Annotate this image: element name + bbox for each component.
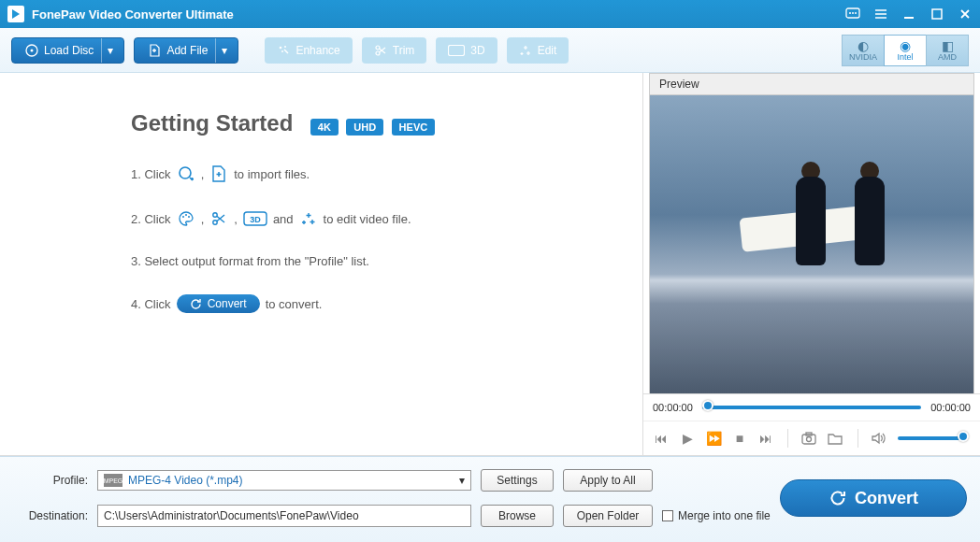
menu-icon[interactable] — [873, 7, 888, 21]
gpu-nvidia-label: NVIDIA — [849, 52, 877, 62]
main-area: Getting Started 4K UHD HEVC 1. Click , t… — [0, 73, 980, 456]
step-3-text: 3. Select output format from the "Profil… — [131, 254, 369, 268]
convert-pill: Convert — [177, 294, 260, 313]
step-1-suffix: to import files. — [234, 167, 310, 181]
three-d-button: 3D — [436, 37, 497, 64]
trim-button: Trim — [362, 37, 427, 64]
snapshot-icon[interactable] — [801, 432, 818, 445]
app-title: FonePaw Video Converter Ultimate — [32, 7, 845, 21]
destination-input[interactable]: C:\Users\Administrator\Documents\FonePaw… — [97, 505, 471, 527]
file-plus-icon — [148, 44, 161, 57]
preview-image — [649, 95, 974, 393]
profile-select[interactable]: MPEG MPEG-4 Video (*.mp4) ▾ — [97, 470, 471, 491]
playback-controls: ⏮ ▶ ⏩ ■ ⏭ — [643, 421, 980, 455]
svg-point-7 — [280, 46, 282, 49]
file-add-icon — [209, 164, 228, 183]
step-1-prefix: 1. Click — [131, 167, 171, 181]
merge-checkbox[interactable]: Merge into one file — [662, 509, 771, 522]
chevron-down-icon[interactable]: ▾ — [215, 38, 232, 63]
trim-label: Trim — [393, 44, 415, 57]
app-logo-icon — [7, 6, 24, 22]
svg-point-1 — [849, 12, 851, 14]
bottom-bar: Profile: MPEG MPEG-4 Video (*.mp4) ▾ Set… — [0, 456, 980, 542]
open-folder-button[interactable]: Open Folder — [563, 505, 653, 527]
edit-label: Edit — [538, 44, 557, 57]
comma-2a: , — [201, 212, 205, 226]
volume-slider[interactable] — [898, 436, 963, 440]
timeline-row: 00:00:00 00:00:00 — [643, 393, 980, 421]
play-icon[interactable]: ▶ — [679, 431, 696, 446]
minimize-icon[interactable] — [901, 7, 916, 21]
amd-icon: ◧ — [942, 39, 954, 52]
convert-pill-label: Convert — [208, 297, 247, 310]
svg-text:3D: 3D — [250, 215, 261, 224]
add-circle-icon — [177, 164, 195, 183]
volume-icon[interactable] — [872, 432, 888, 445]
preview-panel: Preview 00:00:00 00:00:00 ⏮ ▶ ⏩ ■ ⏭ — [643, 73, 980, 456]
convert-button-label: Convert — [855, 489, 918, 508]
time-total: 00:00:00 — [930, 402, 971, 413]
preview-header: Preview — [649, 73, 974, 95]
gpu-acceleration-group: ◐NVIDIA ◉Intel ◧AMD — [842, 35, 969, 66]
timeline-thumb[interactable] — [702, 400, 713, 411]
svg-point-3 — [855, 12, 857, 14]
load-disc-button[interactable]: Load Disc ▾ — [11, 37, 124, 64]
svg-rect-12 — [449, 45, 465, 55]
step-2: 2. Click , , 3D and to edit video file. — [131, 209, 624, 228]
badge-uhd: UHD — [346, 119, 383, 136]
fast-forward-icon[interactable]: ⏩ — [705, 431, 722, 446]
browse-button[interactable]: Browse — [481, 505, 554, 527]
refresh-icon — [190, 298, 202, 310]
sparkle-step-icon — [299, 209, 318, 228]
svg-point-15 — [185, 214, 187, 216]
prev-icon[interactable]: ⏮ — [653, 431, 670, 446]
chevron-down-icon[interactable]: ▾ — [101, 38, 118, 63]
scissors-step-icon — [209, 209, 228, 228]
getting-started-panel: Getting Started 4K UHD HEVC 1. Click , t… — [0, 73, 643, 456]
svg-point-6 — [31, 49, 34, 51]
nvidia-icon: ◐ — [858, 39, 869, 52]
add-file-button[interactable]: Add File ▾ — [134, 37, 238, 64]
checkbox-box-icon — [662, 510, 673, 521]
timeline-slider[interactable] — [702, 406, 921, 409]
three-d-icon — [448, 45, 465, 56]
feedback-icon[interactable] — [845, 7, 860, 21]
comma-1: , — [201, 167, 205, 181]
volume-thumb[interactable] — [958, 431, 969, 442]
toolbar: Load Disc ▾ Add File ▾ Enhance Trim 3D E… — [0, 28, 980, 73]
scissors-icon — [374, 44, 387, 57]
gpu-intel-label: Intel — [897, 52, 913, 62]
next-icon[interactable]: ⏭ — [757, 431, 774, 446]
step-4: 4. Click Convert to convert. — [131, 294, 624, 313]
merge-label: Merge into one file — [678, 509, 771, 522]
svg-rect-4 — [932, 9, 942, 19]
window-controls — [845, 7, 973, 21]
close-icon[interactable] — [958, 7, 973, 21]
svg-point-22 — [807, 437, 812, 442]
edit-button: Edit — [507, 37, 569, 64]
refresh-icon — [829, 489, 847, 507]
settings-button[interactable]: Settings — [481, 469, 554, 492]
convert-button[interactable]: Convert — [780, 479, 967, 517]
disc-icon — [25, 44, 38, 57]
format-icon: MPEG — [104, 474, 122, 487]
maximize-icon[interactable] — [930, 7, 944, 21]
enhance-button: Enhance — [265, 37, 352, 64]
destination-label: Destination: — [13, 509, 88, 522]
gpu-intel-button[interactable]: ◉Intel — [884, 35, 927, 66]
folder-icon[interactable] — [828, 432, 844, 445]
svg-point-8 — [284, 46, 286, 48]
step-4-suffix: to convert. — [266, 297, 323, 311]
sparkle-icon — [519, 44, 532, 57]
apply-all-button[interactable]: Apply to All — [563, 469, 653, 492]
gpu-nvidia-button[interactable]: ◐NVIDIA — [842, 35, 885, 66]
svg-point-14 — [182, 216, 184, 218]
add-file-label: Add File — [166, 44, 208, 57]
step-2-prefix: 2. Click — [131, 212, 171, 226]
svg-point-2 — [852, 12, 854, 14]
gpu-amd-button[interactable]: ◧AMD — [926, 35, 969, 66]
stop-icon[interactable]: ■ — [731, 431, 748, 446]
profile-label: Profile: — [13, 474, 88, 487]
three-d-label: 3D — [470, 44, 484, 57]
step-2-suffix: to edit video file. — [324, 212, 411, 226]
